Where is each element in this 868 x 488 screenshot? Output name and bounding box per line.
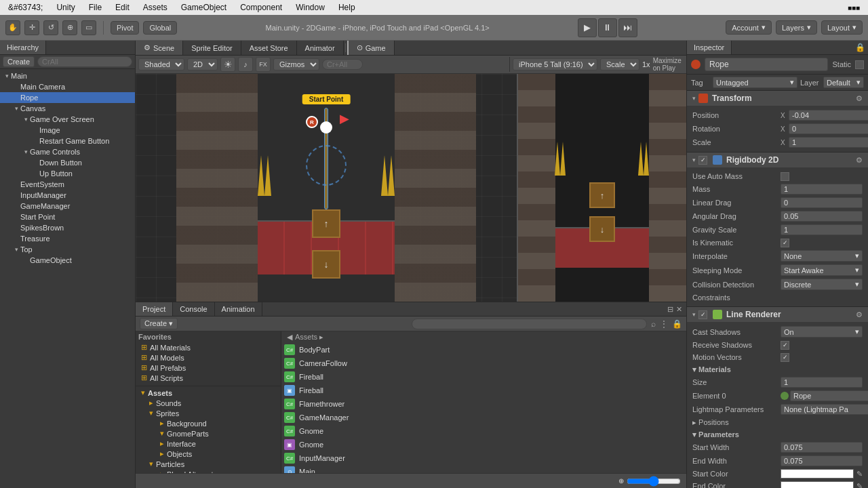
layer-select[interactable]: Default ▾: [823, 77, 864, 88]
motion-vectors-checkbox[interactable]: [781, 353, 789, 362]
menu-edit[interactable]: Edit: [113, 1, 132, 14]
shade-mode-select[interactable]: Shaded: [138, 58, 184, 70]
fav-all-scripts[interactable]: ⊞ All Scripts: [136, 373, 281, 383]
collision-detection-select[interactable]: Discrete ▾: [781, 279, 863, 290]
pivot-button[interactable]: Pivot: [111, 21, 139, 35]
asset-bodypart[interactable]: C# BodyPart: [281, 343, 686, 357]
scale-select[interactable]: Scale: [600, 58, 639, 70]
asset-gnome-cs[interactable]: C# Gnome: [281, 424, 686, 438]
line-renderer-header[interactable]: ▾ Line Renderer ⚙: [687, 307, 868, 322]
rb2d-settings[interactable]: ⚙: [856, 156, 863, 165]
assets-options-btn[interactable]: ⋮: [660, 319, 668, 329]
tree-rope[interactable]: Rope: [0, 92, 135, 103]
start-color-swatch[interactable]: [781, 469, 854, 479]
lightmap-input[interactable]: [781, 404, 868, 415]
layout-dropdown[interactable]: Layout ▾: [821, 20, 863, 35]
pos-x-input[interactable]: [789, 110, 868, 121]
menu-gameobject[interactable]: GameObject: [178, 1, 229, 14]
lights-icon[interactable]: ☀: [220, 57, 235, 72]
tree-inputmanager[interactable]: InputManager: [0, 190, 135, 201]
receive-shadows-checkbox[interactable]: [781, 341, 789, 350]
tree-startpoint[interactable]: Start Point: [0, 211, 135, 222]
maximize-label[interactable]: Maximize on Play: [653, 57, 684, 72]
bottom-minimize[interactable]: ⊟: [667, 305, 673, 314]
element0-input[interactable]: [790, 390, 868, 401]
inspector-lock-icon[interactable]: 🔒: [855, 43, 865, 52]
move-tool[interactable]: ✛: [24, 20, 39, 35]
rb2d-enable-checkbox[interactable]: [698, 156, 707, 165]
start-color-picker-icon[interactable]: ✎: [856, 470, 863, 479]
tab-sprite-editor[interactable]: Sprite Editor: [183, 41, 241, 55]
hierarchy-create-btn[interactable]: Create: [3, 56, 35, 67]
asset-inputmanager[interactable]: C# InputManager: [281, 451, 686, 465]
scale-tool[interactable]: ⊕: [62, 20, 77, 35]
fx-icon[interactable]: FX: [256, 57, 271, 72]
end-color-swatch[interactable]: [781, 481, 854, 488]
gizmos-select[interactable]: Gizmos: [273, 58, 319, 70]
tree-gamemanager[interactable]: GameManager: [0, 201, 135, 211]
mass-input[interactable]: [781, 184, 863, 195]
scene-search[interactable]: [322, 59, 363, 70]
auto-mass-checkbox[interactable]: [781, 172, 789, 181]
hierarchy-search[interactable]: [37, 56, 132, 67]
menu-file[interactable]: File: [86, 1, 104, 14]
background-folder[interactable]: ▸ Background: [136, 418, 281, 428]
asset-fireball-cs[interactable]: C# Fireball: [281, 370, 686, 384]
static-checkbox[interactable]: [855, 60, 864, 69]
menu-window[interactable]: Window: [293, 1, 328, 14]
device-select[interactable]: iPhone 5 Tall (9:16): [513, 58, 597, 70]
tree-gameobject[interactable]: GameObject: [0, 255, 135, 266]
asset-fireball-prefab[interactable]: ▣ Fireball: [281, 384, 686, 397]
assets-search-input[interactable]: [412, 319, 647, 329]
zoom-slider[interactable]: [627, 476, 681, 487]
obj-name-input[interactable]: [705, 58, 828, 71]
tab-project[interactable]: Project: [136, 302, 173, 316]
tree-game-over-screen[interactable]: ▾ Game Over Screen: [0, 114, 135, 125]
fav-all-prefabs[interactable]: ⊞ All Prefabs: [136, 363, 281, 373]
fav-all-materials[interactable]: ⊞ All Materials: [136, 342, 281, 352]
tab-game[interactable]: ⊙ Game: [347, 41, 395, 55]
interface-folder[interactable]: ▸ Interface: [136, 439, 281, 449]
transform-settings[interactable]: ⚙: [856, 94, 863, 103]
cast-shadows-select[interactable]: On ▾: [781, 326, 863, 338]
tree-treasure[interactable]: Treasure: [0, 233, 135, 244]
sprites-folder[interactable]: ▾ Sprites: [136, 408, 281, 418]
play-button[interactable]: ▶: [578, 18, 597, 37]
tab-animation[interactable]: Animation: [215, 302, 262, 316]
bottom-close[interactable]: ✕: [676, 305, 682, 314]
tab-inspector[interactable]: Inspector: [687, 41, 732, 54]
dimension-select[interactable]: 2D: [187, 58, 218, 70]
angular-drag-input[interactable]: [781, 211, 863, 222]
tab-scene[interactable]: ⚙ Scene: [136, 41, 183, 55]
end-color-picker-icon[interactable]: ✎: [856, 482, 863, 489]
sounds-folder[interactable]: ▸ Sounds: [136, 398, 281, 408]
step-button[interactable]: ⏭: [618, 18, 637, 37]
asset-flamethrower[interactable]: C# Flamethrower: [281, 397, 686, 411]
tab-animator[interactable]: Animator: [297, 41, 344, 55]
tree-spikesbrown[interactable]: SpikesBrown: [0, 222, 135, 233]
tree-image[interactable]: Image: [0, 125, 135, 136]
tree-up-btn[interactable]: Up Button: [0, 168, 135, 179]
objects-folder[interactable]: ▸ Objects: [136, 449, 281, 459]
tag-select[interactable]: Untagged ▾: [713, 77, 797, 88]
gnomeparts-folder[interactable]: ▾ GnomeParts: [136, 428, 281, 439]
menu-help[interactable]: Help: [336, 1, 358, 14]
tree-eventsystem[interactable]: EventSystem: [0, 179, 135, 190]
tree-main-camera[interactable]: Main Camera: [0, 81, 135, 92]
menu-component[interactable]: Component: [237, 1, 285, 14]
start-width-input[interactable]: [781, 442, 863, 453]
global-button[interactable]: Global: [143, 21, 177, 35]
asset-gnome-prefab[interactable]: ▣ Gnome: [281, 438, 686, 451]
apple-menu[interactable]: &#63743;: [5, 1, 45, 14]
tree-main-scene[interactable]: ▾ Main: [0, 70, 135, 81]
tree-down-btn[interactable]: Down Button: [0, 157, 135, 168]
asset-main-scene[interactable]: ⊙ Main: [281, 465, 686, 473]
lr-settings[interactable]: ⚙: [856, 310, 863, 319]
scene-view[interactable]: Start Point ↑ ↓: [136, 74, 517, 302]
interpolate-select[interactable]: None ▾: [781, 250, 863, 262]
menu-unity[interactable]: Unity: [54, 1, 77, 14]
particles-folder[interactable]: ▾ Particles: [136, 459, 281, 469]
tree-restart-btn[interactable]: Restart Game Button: [0, 136, 135, 146]
tab-hierarchy[interactable]: Hierarchy: [0, 41, 46, 54]
create-btn[interactable]: Create ▾: [140, 318, 178, 329]
